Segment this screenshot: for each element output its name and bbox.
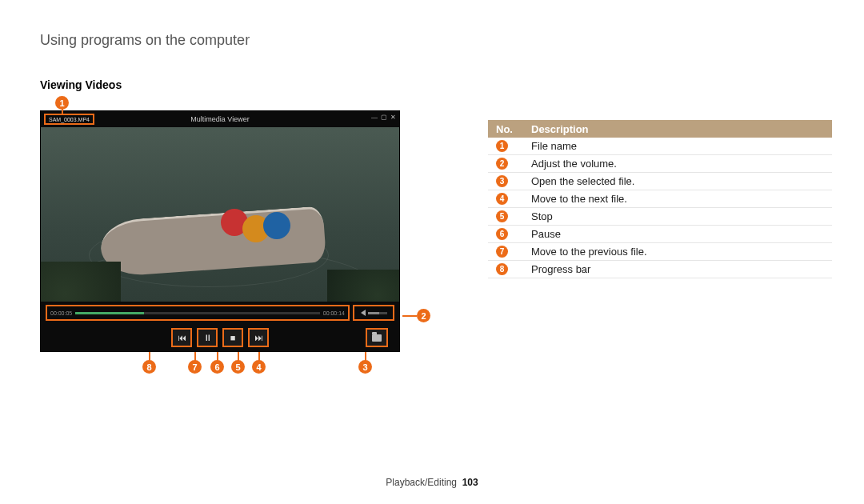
- table-row: 3Open the selected file.: [488, 173, 832, 190]
- video-area: [41, 127, 399, 302]
- progress-bar[interactable]: 00:00:05 00:00:14: [46, 305, 350, 321]
- pause-button[interactable]: ⏸: [197, 328, 218, 347]
- callout-stem: [402, 315, 417, 317]
- row-number-badge: 4: [496, 193, 508, 205]
- column-description: Description: [528, 123, 589, 135]
- stop-button[interactable]: ■: [222, 328, 243, 347]
- time-elapsed: 00:00:05: [50, 310, 72, 316]
- row-number-badge: 5: [496, 210, 508, 222]
- callout-badge: 6: [210, 360, 224, 374]
- table-row: 8Progress bar: [488, 261, 832, 278]
- minimize-icon[interactable]: —: [371, 114, 378, 121]
- callout-stem: [62, 109, 63, 115]
- row-description: Move to the next file.: [528, 193, 627, 205]
- prev-button[interactable]: ⏮: [171, 328, 192, 347]
- page-footer: Playback/Editing 103: [0, 477, 864, 488]
- legend-table: No. Description 1File name2Adjust the vo…: [488, 120, 832, 278]
- file-name: SAM_0003.MP4: [44, 114, 94, 125]
- row-number-badge: 3: [496, 175, 508, 187]
- time-total: 00:00:14: [323, 310, 345, 316]
- callout-badge: 4: [252, 360, 266, 374]
- callout-badge: 2: [417, 309, 430, 322]
- table-row: 1File name: [488, 138, 832, 155]
- row-number-badge: 6: [496, 228, 508, 240]
- close-icon[interactable]: ✕: [390, 114, 396, 121]
- next-button[interactable]: ⏭: [248, 328, 269, 347]
- row-description: Move to the previous file.: [528, 246, 647, 258]
- open-file-button[interactable]: [366, 328, 388, 347]
- row-description: Progress bar: [528, 263, 590, 275]
- row-description: Adjust the volume.: [528, 158, 617, 170]
- row-description: Stop: [528, 210, 553, 222]
- table-row: 4Move to the next file.: [488, 190, 832, 208]
- folder-icon: [372, 334, 382, 342]
- row-number-badge: 2: [496, 158, 508, 170]
- row-number-badge: 8: [496, 263, 508, 275]
- table-row: 7Move to the previous file.: [488, 243, 832, 261]
- callout-badge: 7: [188, 360, 202, 374]
- footer-page-number: 103: [462, 477, 478, 488]
- volume-control[interactable]: [353, 305, 394, 321]
- video-player: SAM_0003.MP4 Multimedia Viewer — ▢ ✕ 00:…: [40, 110, 400, 352]
- table-row: 2Adjust the volume.: [488, 155, 832, 173]
- table-row: 6Pause: [488, 226, 832, 243]
- row-description: Open the selected file.: [528, 175, 634, 187]
- callout-badge: 3: [358, 360, 372, 374]
- volume-icon: [361, 310, 366, 316]
- footer-section: Playback/Editing: [386, 477, 457, 488]
- row-number-badge: 7: [496, 246, 508, 258]
- callout-badge: 1: [55, 96, 69, 110]
- callout-badge: 8: [142, 360, 156, 374]
- player-titlebar: SAM_0003.MP4 Multimedia Viewer — ▢ ✕: [41, 111, 399, 127]
- maximize-icon[interactable]: ▢: [381, 114, 387, 121]
- callout-badge: 5: [231, 360, 245, 374]
- column-no: No.: [488, 123, 528, 135]
- app-title: Multimedia Viewer: [41, 115, 399, 123]
- section-title: Viewing Videos: [40, 78, 122, 91]
- row-description: File name: [528, 140, 577, 152]
- row-description: Pause: [528, 228, 561, 240]
- page-title: Using programs on the computer: [40, 32, 250, 49]
- table-row: 5Stop: [488, 208, 832, 226]
- row-number-badge: 1: [496, 140, 508, 152]
